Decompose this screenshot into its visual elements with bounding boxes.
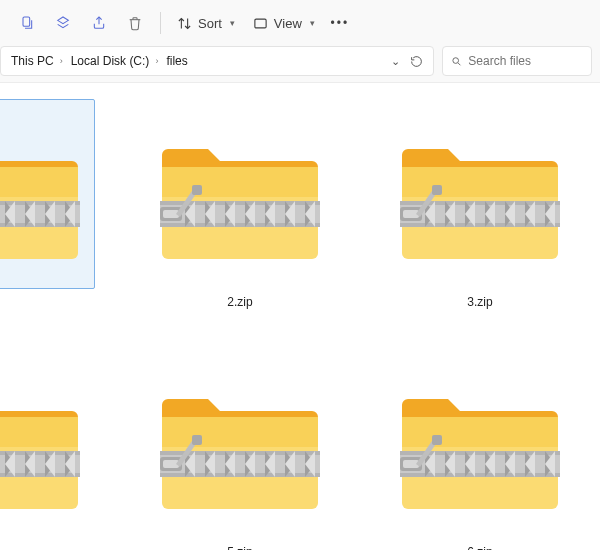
file-label: 3.zip [467, 295, 492, 309]
zip-folder-icon [400, 379, 560, 509]
svg-rect-0 [23, 17, 30, 26]
zip-folder-icon [400, 129, 560, 259]
file-explorer-window: Sort ▾ View ▾ ••• This PC› Local Disk (C… [0, 0, 600, 550]
chevron-down-icon[interactable]: ⌄ [391, 55, 400, 68]
file-grid: 2.zip3.zip5.zip6.zip [0, 93, 600, 550]
file-thumbnail [145, 349, 335, 539]
zip-folder-icon [0, 379, 80, 509]
file-label: 6.zip [467, 545, 492, 550]
separator [160, 12, 161, 34]
file-item[interactable]: 2.zip [120, 93, 360, 343]
refresh-icon[interactable] [410, 55, 423, 68]
chevron-right-icon: › [155, 56, 158, 66]
ellipsis-icon: ••• [330, 16, 349, 30]
cut-button[interactable] [10, 6, 44, 40]
file-item[interactable]: 6.zip [360, 343, 600, 550]
view-icon [253, 16, 268, 31]
sort-dropdown[interactable]: Sort ▾ [169, 6, 243, 40]
sort-icon [177, 16, 192, 31]
chevron-down-icon: ▾ [230, 18, 235, 28]
breadcrumb-item[interactable]: files [164, 54, 189, 68]
search-box[interactable] [442, 46, 592, 76]
file-item[interactable] [0, 343, 120, 550]
breadcrumb-item[interactable]: Local Disk (C:)› [69, 54, 165, 68]
copy-button[interactable] [46, 6, 80, 40]
breadcrumb[interactable]: This PC› Local Disk (C:)› files ⌄ [0, 46, 434, 76]
file-pane[interactable]: 2.zip3.zip5.zip6.zip [0, 82, 600, 550]
path-actions: ⌄ [391, 55, 429, 68]
file-item[interactable]: 5.zip [120, 343, 360, 550]
chevron-down-icon: ▾ [310, 18, 315, 28]
view-label: View [274, 16, 302, 31]
sort-label: Sort [198, 16, 222, 31]
more-button[interactable]: ••• [325, 6, 355, 40]
file-item[interactable]: 3.zip [360, 93, 600, 343]
view-dropdown[interactable]: View ▾ [245, 6, 323, 40]
address-bar-row: This PC› Local Disk (C:)› files ⌄ [0, 46, 600, 82]
zip-folder-icon [0, 129, 80, 259]
zip-folder-icon [160, 379, 320, 509]
svg-rect-1 [255, 19, 266, 28]
file-thumbnail [0, 349, 95, 539]
file-thumbnail [0, 99, 95, 289]
breadcrumb-item[interactable]: This PC› [9, 54, 69, 68]
search-icon [451, 55, 462, 68]
delete-button[interactable] [118, 6, 152, 40]
search-input[interactable] [468, 54, 583, 68]
chevron-right-icon: › [60, 56, 63, 66]
file-thumbnail [145, 99, 335, 289]
file-thumbnail [385, 99, 575, 289]
file-label: 2.zip [227, 295, 252, 309]
file-label: 5.zip [227, 545, 252, 550]
file-thumbnail [385, 349, 575, 539]
svg-point-2 [453, 57, 459, 63]
file-item[interactable] [0, 93, 120, 343]
zip-folder-icon [160, 129, 320, 259]
command-bar: Sort ▾ View ▾ ••• [0, 0, 600, 46]
share-button[interactable] [82, 6, 116, 40]
